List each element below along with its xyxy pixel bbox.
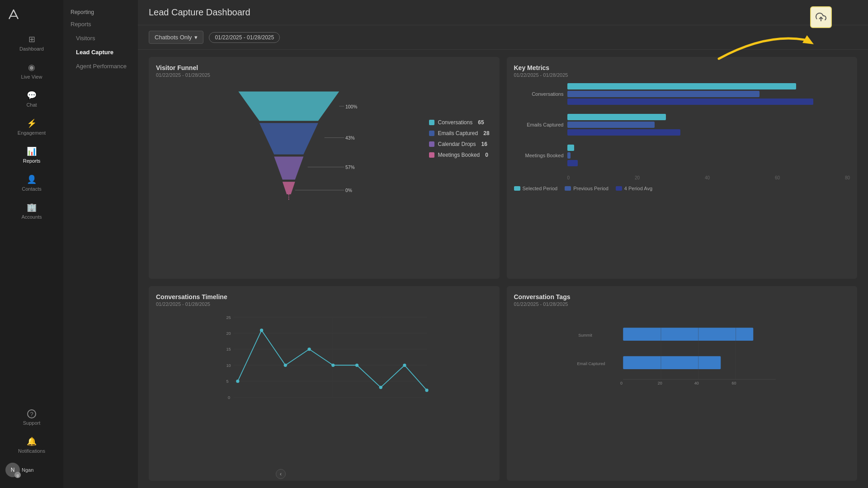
legend-dot-emails bbox=[429, 131, 434, 136]
svg-text:43%: 43% bbox=[345, 136, 354, 141]
reports-icon: 📊 bbox=[27, 146, 37, 156]
sec-item-visitors[interactable]: Visitors bbox=[63, 31, 138, 45]
sidebar-item-dashboard[interactable]: ⊞ Dashboard bbox=[0, 29, 63, 57]
svg-marker-4 bbox=[274, 157, 303, 180]
svg-text:57%: 57% bbox=[345, 165, 354, 170]
legend-selected-period: Selected Period bbox=[514, 186, 558, 191]
visitor-funnel-title: Visitor Funnel bbox=[156, 64, 492, 71]
funnel-svg: 100% 43% 57% 0% bbox=[156, 83, 422, 202]
sidebar-item-support[interactable]: ? Support bbox=[0, 404, 63, 431]
sidebar-item-accounts[interactable]: 🏢 Accounts bbox=[0, 197, 63, 225]
bar-row-emails: Emails Captured bbox=[514, 114, 850, 136]
visitor-funnel-card: Visitor Funnel 01/22/2025 - 01/28/2025 bbox=[149, 57, 500, 279]
legend-item-meetings: Meetings Booked 0 bbox=[429, 152, 492, 158]
main-content: Lead Capture Dashboard Chatbots Only ▾ 0… bbox=[138, 0, 868, 488]
svg-text:5: 5 bbox=[226, 379, 228, 384]
conversations-timeline-card: Conversations Timeline 01/22/2025 - 01/2… bbox=[149, 286, 500, 481]
sidebar-item-engagement[interactable]: ⚡ Engagement bbox=[0, 113, 63, 141]
legend-item-conversations: Conversations 65 bbox=[429, 119, 492, 126]
sidebar-item-chat[interactable]: 💬 Chat bbox=[0, 85, 63, 113]
user-row[interactable]: N g Ngan bbox=[0, 459, 63, 481]
svg-text:Summit: Summit bbox=[578, 333, 592, 338]
svg-text:40: 40 bbox=[694, 381, 698, 385]
bar-emails-selected bbox=[567, 114, 666, 120]
svg-text:60: 60 bbox=[731, 381, 736, 385]
timeline-point-1 bbox=[236, 380, 239, 383]
svg-text:0: 0 bbox=[228, 395, 230, 400]
svg-text:0%: 0% bbox=[345, 188, 352, 193]
bar-meetings-selected bbox=[567, 145, 575, 151]
svg-text:Email Captured: Email Captured bbox=[577, 361, 605, 366]
svg-marker-3 bbox=[259, 123, 318, 155]
timeline-chart: 25 20 15 10 5 0 bbox=[156, 312, 492, 404]
timeline-point-7 bbox=[379, 386, 382, 389]
timeline-point-8 bbox=[403, 364, 406, 367]
notifications-icon: 🔔 bbox=[27, 436, 37, 446]
topbar: Lead Capture Dashboard bbox=[138, 0, 868, 25]
timeline-point-3 bbox=[284, 364, 287, 367]
avatar-badge: g bbox=[14, 472, 21, 478]
dashboard-grid: Visitor Funnel 01/22/2025 - 01/28/2025 bbox=[138, 50, 868, 488]
chart-legend: Selected Period Previous Period 4 Period… bbox=[514, 186, 850, 191]
sec-item-reports[interactable]: Reports bbox=[63, 17, 138, 31]
legend-dot-previous bbox=[565, 186, 571, 191]
left-sidebar: ⊞ Dashboard ◉ Live View 💬 Chat ⚡ Engagem… bbox=[0, 0, 63, 488]
tags-title: Conversation Tags bbox=[514, 293, 850, 300]
legend-dot-conversations bbox=[429, 120, 434, 125]
legend-dot-calendar bbox=[429, 141, 434, 147]
liveview-icon: ◉ bbox=[28, 62, 35, 72]
funnel-container: 100% 43% 57% 0% bbox=[156, 83, 492, 202]
legend-4-period-avg: 4 Period Avg bbox=[616, 186, 652, 191]
legend-previous-period: Previous Period bbox=[565, 186, 609, 191]
sidebar-item-liveview[interactable]: ◉ Live View bbox=[0, 57, 63, 85]
tags-date: 01/22/2025 - 01/28/2025 bbox=[514, 301, 850, 307]
date-range-badge[interactable]: 01/22/2025 - 01/28/2025 bbox=[209, 32, 280, 43]
svg-text:20: 20 bbox=[657, 381, 662, 385]
bar-emails-avg bbox=[567, 129, 680, 136]
legend-dot-avg bbox=[616, 186, 622, 191]
collapse-sidebar-button[interactable]: ‹ bbox=[276, 469, 286, 479]
svg-text:100%: 100% bbox=[345, 104, 357, 109]
sec-item-lead-capture[interactable]: Lead Capture bbox=[63, 45, 138, 59]
bar-emails-previous bbox=[567, 122, 655, 128]
legend-dot-meetings bbox=[429, 152, 434, 158]
export-button[interactable] bbox=[810, 6, 832, 28]
timeline-date: 01/22/2025 - 01/28/2025 bbox=[156, 301, 492, 307]
chatbots-filter-button[interactable]: Chatbots Only ▾ bbox=[149, 31, 203, 44]
timeline-point-5 bbox=[331, 364, 335, 367]
legend-item-emails: Emails Captured 28 bbox=[429, 130, 492, 136]
svg-text:20: 20 bbox=[226, 331, 231, 336]
key-metrics-date: 01/22/2025 - 01/28/2025 bbox=[514, 72, 850, 78]
bar-meetings-avg bbox=[567, 160, 578, 166]
svg-text:10: 10 bbox=[226, 363, 231, 368]
bar-row-conversations: Conversations bbox=[514, 83, 850, 105]
sec-item-agent-performance[interactable]: Agent Performance bbox=[63, 59, 138, 73]
svg-marker-5 bbox=[283, 182, 295, 194]
upload-button-wrapper bbox=[810, 6, 832, 28]
contacts-icon: 👤 bbox=[27, 174, 37, 184]
avatar: N g bbox=[5, 463, 20, 477]
timeline-point-9 bbox=[425, 389, 428, 392]
svg-marker-2 bbox=[238, 92, 339, 121]
bar-chart: Conversations Emails Captured bbox=[514, 83, 850, 191]
page-title: Lead Capture Dashboard bbox=[149, 7, 250, 18]
conversation-tags-card: Conversation Tags 01/22/2025 - 01/28/202… bbox=[507, 286, 858, 481]
funnel-legend: Conversations 65 Emails Captured 28 Cale… bbox=[429, 83, 492, 158]
sidebar-item-contacts[interactable]: 👤 Contacts bbox=[0, 169, 63, 197]
bar-summit bbox=[623, 328, 753, 341]
bar-conversations-avg bbox=[567, 99, 813, 105]
key-metrics-card: Key Metrics 01/22/2025 - 01/28/2025 Conv… bbox=[507, 57, 858, 279]
legend-dot-selected bbox=[514, 186, 520, 191]
sidebar-item-reports[interactable]: 📊 Reports bbox=[0, 141, 63, 169]
sidebar-item-notifications[interactable]: 🔔 Notifications bbox=[0, 431, 63, 459]
logo[interactable] bbox=[0, 0, 63, 29]
svg-text:0: 0 bbox=[620, 381, 622, 385]
timeline-point-2 bbox=[260, 328, 263, 332]
engagement-icon: ⚡ bbox=[27, 118, 37, 128]
dashboard-icon: ⊞ bbox=[28, 34, 35, 44]
key-metrics-title: Key Metrics bbox=[514, 64, 850, 71]
filter-row: Chatbots Only ▾ 01/22/2025 - 01/28/2025 bbox=[138, 25, 868, 50]
timeline-title: Conversations Timeline bbox=[156, 293, 492, 300]
accounts-icon: 🏢 bbox=[27, 202, 37, 212]
bar-meetings-previous bbox=[567, 152, 571, 159]
